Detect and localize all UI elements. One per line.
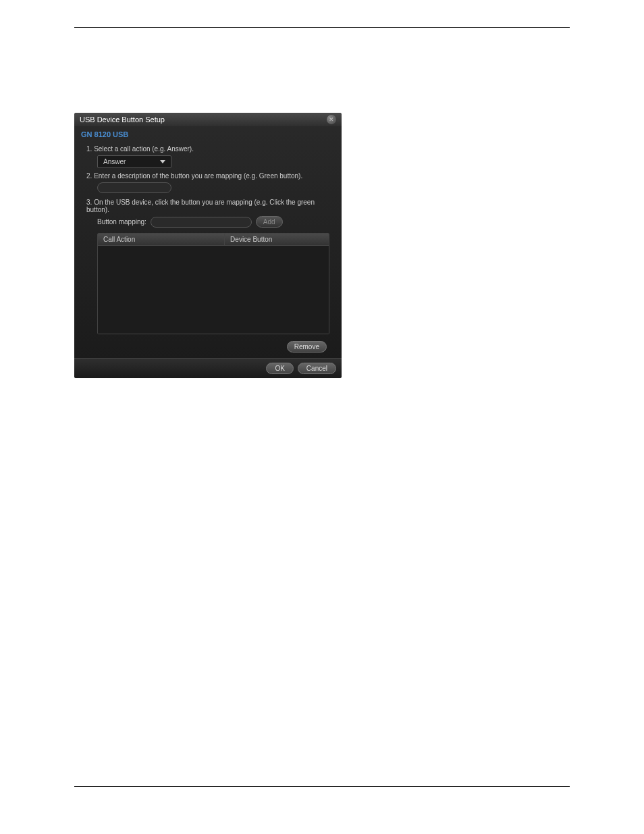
cancel-button[interactable]: Cancel [298,363,336,374]
dialog-bottom-bar: OK Cancel [74,358,342,378]
step-3-label: 3. On the USB device, click the button y… [86,199,315,213]
button-mapping-display [151,217,252,228]
add-button[interactable]: Add [256,216,283,228]
step-1-label: 1. Select a call action (e.g. Answer). [86,145,194,153]
step-3: 3. On the USB device, click the button y… [86,199,329,353]
table-header: Call Action Device Button [98,234,329,246]
table-header-device-button: Device Button [225,234,329,245]
call-action-dropdown[interactable]: Answer [97,155,171,168]
button-description-input[interactable] [97,182,171,193]
step-2: 2. Enter a description of the button you… [86,172,329,194]
dialog-titlebar: USB Device Button Setup ✕ [74,113,342,126]
close-icon[interactable]: ✕ [327,115,336,124]
page-rule-top [74,27,570,28]
dropdown-value: Answer [103,158,126,165]
remove-button[interactable]: Remove [287,341,327,353]
table-header-call-action: Call Action [98,234,225,245]
button-mapping-label: Button mapping: [97,218,146,226]
chevron-down-icon [160,160,165,163]
page-rule-bottom [74,786,570,787]
step-1: 1. Select a call action (e.g. Answer). A… [86,145,329,168]
mapping-table: Call Action Device Button [97,233,329,334]
device-name-subtitle: GN 8120 USB [74,126,342,141]
remove-button-row: Remove [86,341,329,353]
dialog-content: 1. Select a call action (e.g. Answer). A… [74,145,342,358]
ok-button[interactable]: OK [266,363,293,374]
usb-device-button-setup-dialog: USB Device Button Setup ✕ GN 8120 USB 1.… [74,113,342,378]
button-mapping-row: Button mapping: Add [97,216,329,228]
table-body[interactable] [98,246,329,334]
step-2-label: 2. Enter a description of the button you… [86,172,302,180]
dialog-title: USB Device Button Setup [80,115,165,124]
